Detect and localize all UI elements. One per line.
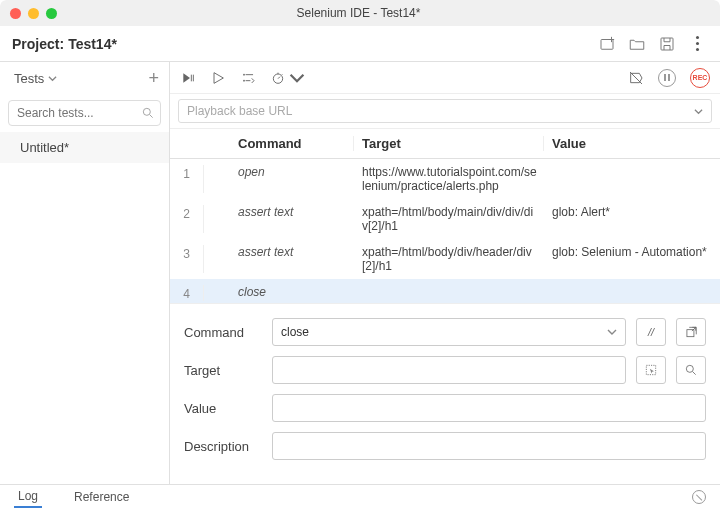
grid-row[interactable]: 4close [170, 279, 720, 303]
chevron-down-icon [48, 74, 57, 83]
select-target-button[interactable] [636, 356, 666, 384]
toggle-enabled-button[interactable]: // [636, 318, 666, 346]
row-command: close [204, 285, 354, 301]
row-command: assert text [204, 245, 354, 273]
form-value-input[interactable] [272, 394, 706, 422]
clear-log-icon[interactable] [692, 490, 706, 504]
new-window-config-button[interactable] [676, 318, 706, 346]
svg-rect-6 [687, 330, 694, 337]
chevron-down-icon [607, 327, 617, 337]
run-all-button[interactable] [180, 70, 196, 86]
svg-point-5 [273, 74, 282, 83]
grid-row[interactable]: 1openhttps://www.tutorialspoint.com/sele… [170, 159, 720, 199]
form-description-label: Description [184, 439, 262, 454]
base-url-placeholder: Playback base URL [187, 104, 292, 118]
new-project-icon[interactable] [596, 33, 618, 55]
grid-row[interactable]: 3assert textxpath=/html/body/div/header/… [170, 239, 720, 279]
form-target-input[interactable] [272, 356, 626, 384]
chevron-down-icon [289, 70, 305, 86]
command-grid: Command Target Value 1openhttps://www.tu… [170, 129, 720, 303]
col-target: Target [354, 136, 544, 151]
play-button[interactable] [210, 70, 226, 86]
command-form: Command close // Target [170, 303, 720, 484]
playback-toolbar: REC [170, 62, 720, 94]
search-input[interactable] [8, 100, 161, 126]
window-titlebar: Selenium IDE - Test14* [0, 0, 720, 26]
grid-header: Command Target Value [170, 129, 720, 159]
col-value: Value [544, 136, 720, 151]
base-url-input[interactable]: Playback base URL [178, 99, 712, 123]
chevron-down-icon [694, 107, 703, 116]
row-target: https://www.tutorialspoint.com/selenium/… [354, 165, 544, 193]
window-title: Selenium IDE - Test14* [7, 6, 710, 20]
disable-breakpoints-icon[interactable] [628, 70, 644, 86]
log-tab[interactable]: Log [14, 486, 42, 508]
record-button[interactable]: REC [690, 68, 710, 88]
open-project-icon[interactable] [626, 33, 648, 55]
tests-tab[interactable]: Tests [14, 71, 57, 86]
base-url-bar: Playback base URL [170, 94, 720, 129]
row-target [354, 285, 544, 301]
row-number: 3 [170, 245, 204, 273]
row-command: open [204, 165, 354, 193]
row-value [544, 165, 720, 193]
form-command-input[interactable]: close [272, 318, 626, 346]
svg-point-3 [243, 73, 245, 75]
step-button[interactable] [240, 70, 256, 86]
find-target-button[interactable] [676, 356, 706, 384]
row-number: 1 [170, 165, 204, 193]
row-target: xpath=/html/body/div/header/div[2]/h1 [354, 245, 544, 273]
test-item[interactable]: Untitled* [0, 132, 169, 163]
row-command: assert text [204, 205, 354, 233]
search-icon [141, 106, 155, 120]
sidebar: Tests + Untitled* [0, 62, 170, 484]
svg-point-4 [243, 79, 245, 81]
svg-rect-1 [661, 38, 673, 50]
row-target: xpath=/html/body/main/div/div/div[2]/h1 [354, 205, 544, 233]
col-command: Command [204, 136, 354, 151]
tests-tab-label: Tests [14, 71, 44, 86]
reference-tab[interactable]: Reference [70, 487, 133, 507]
svg-point-2 [143, 108, 150, 115]
project-bar: Project: Test14* [0, 26, 720, 62]
form-command-label: Command [184, 325, 262, 340]
save-icon[interactable] [656, 33, 678, 55]
bottom-bar: Log Reference [0, 484, 720, 508]
project-name: Test14* [68, 36, 117, 52]
project-label: Project: [12, 36, 64, 52]
add-test-button[interactable]: + [148, 68, 159, 89]
row-value: glob: Selenium - Automation* [544, 245, 720, 273]
form-value-label: Value [184, 401, 262, 416]
speed-button[interactable] [270, 70, 305, 86]
row-value: glob: Alert* [544, 205, 720, 233]
grid-row[interactable]: 2assert textxpath=/html/body/main/div/di… [170, 199, 720, 239]
content-area: REC Playback base URL Command Target Val… [170, 62, 720, 484]
test-list: Untitled* [0, 132, 169, 484]
row-number: 2 [170, 205, 204, 233]
form-description-input[interactable] [272, 432, 706, 460]
form-target-label: Target [184, 363, 262, 378]
row-number: 4 [170, 285, 204, 301]
svg-point-8 [686, 365, 693, 372]
more-menu-icon[interactable] [686, 33, 708, 55]
row-value [544, 285, 720, 301]
pause-on-exception-button[interactable] [658, 69, 676, 87]
